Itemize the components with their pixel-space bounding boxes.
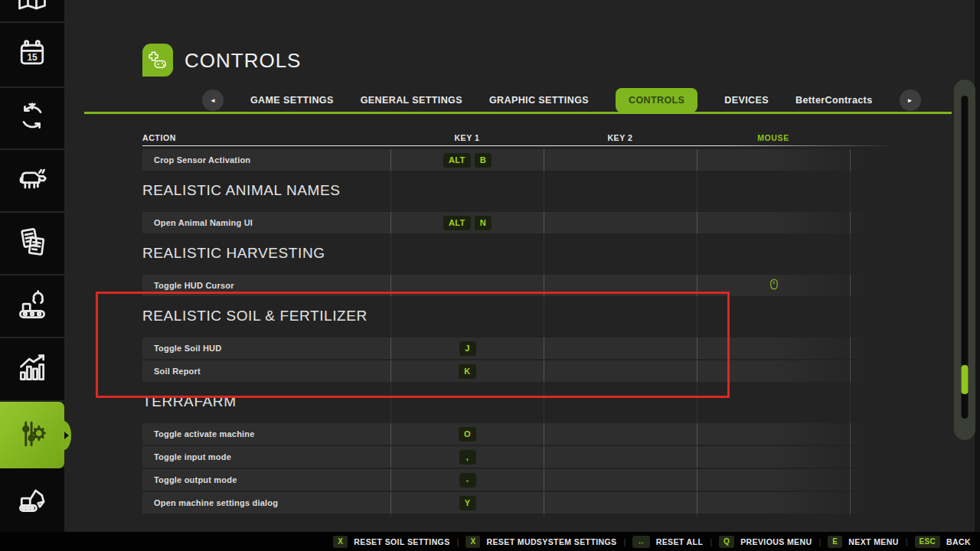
footer-action-reset-soil-settings[interactable]: XRESET SOIL SETTINGS: [333, 536, 449, 548]
sidebar-item-crop-rotation[interactable]: [0, 88, 64, 150]
mouse-cell[interactable]: [697, 492, 850, 514]
key1-cell[interactable]: ALTB: [390, 149, 544, 171]
sidebar-item-map[interactable]: [0, 0, 64, 23]
row-spacer: [850, 212, 873, 233]
key-badge: ALT: [443, 216, 471, 230]
key1-cell[interactable]: ALTN: [390, 212, 544, 233]
key2-cell[interactable]: [544, 423, 697, 445]
sidebar-item-calendar[interactable]: 15: [0, 23, 64, 88]
footer-hotkey-bar: XRESET SOIL SETTINGS|XRESET MUDSYSTEM SE…: [0, 532, 980, 551]
key1-cell[interactable]: ,: [390, 446, 544, 468]
control-row[interactable]: Toggle input mode,: [142, 446, 873, 468]
tab-devices[interactable]: DEVICES: [724, 95, 769, 106]
control-row[interactable]: Toggle HUD Cursor: [142, 275, 873, 296]
tab-graphic-settings[interactable]: GRAPHIC SETTINGS: [489, 95, 589, 106]
key1-cell[interactable]: J: [390, 337, 544, 359]
crop-rotation-icon: [15, 100, 49, 137]
key1-cell[interactable]: [390, 275, 544, 296]
excavator-icon: [15, 482, 49, 519]
key1-cell[interactable]: O: [390, 423, 544, 445]
footer-separator: |: [710, 537, 712, 546]
scrollbar-track[interactable]: [962, 96, 969, 419]
action-label: Toggle input mode: [142, 446, 390, 468]
sidebar-item-construction[interactable]: [0, 468, 64, 532]
row-spacer: [850, 149, 873, 171]
footer-separator: |: [906, 537, 908, 546]
control-row[interactable]: Toggle activate machineO: [142, 423, 873, 445]
sidebar-item-statistics[interactable]: [0, 338, 64, 402]
key-badge: B: [475, 153, 492, 168]
footer-action-reset-all[interactable]: ↔RESET ALL: [632, 536, 703, 548]
control-row[interactable]: Soil ReportK: [142, 360, 873, 382]
tab-controls[interactable]: CONTROLS: [616, 88, 697, 112]
mouse-cell[interactable]: [697, 469, 850, 491]
tab-general-settings[interactable]: GENERAL SETTINGS: [361, 95, 462, 106]
sidebar-item-settings[interactable]: [0, 402, 64, 468]
key2-cell[interactable]: [544, 149, 697, 171]
footer-separator: |: [457, 537, 459, 546]
section-title: REALISTIC HARVESTING: [142, 243, 873, 263]
row-spacer: [850, 492, 873, 514]
scrollbar-thumb[interactable]: [962, 365, 969, 394]
sidebar-item-animals[interactable]: [0, 150, 64, 213]
footer-action-label: RESET MUDSYSTEM SETTINGS: [486, 537, 616, 546]
control-row[interactable]: Open machine settings dialogY: [142, 492, 873, 514]
control-row[interactable]: Toggle output mode-: [142, 469, 873, 491]
control-row[interactable]: Toggle Soil HUDJ: [142, 337, 873, 359]
row-spacer: [850, 446, 873, 468]
mouse-icon: [769, 279, 779, 293]
column-header-key1: KEY 1: [390, 133, 544, 142]
control-row[interactable]: Open Animal Naming UIALTN: [142, 212, 873, 233]
key-badge: N: [475, 216, 492, 230]
section-title: REALISTIC SOIL & FERTILIZER: [142, 306, 873, 326]
key1-cell[interactable]: Y: [390, 492, 544, 514]
mouse-cell[interactable]: [697, 212, 850, 233]
key-badge: ALT: [443, 153, 471, 168]
footer-action-label: RESET ALL: [656, 537, 704, 546]
mouse-cell[interactable]: [697, 337, 850, 359]
tabs-next-button[interactable]: ►: [900, 90, 921, 111]
key2-cell[interactable]: [544, 212, 697, 233]
cow-icon: [15, 162, 49, 199]
footer-action-reset-mudsystem-settings[interactable]: XRESET MUDSYSTEM SETTINGS: [466, 536, 616, 548]
key2-cell[interactable]: [544, 492, 697, 514]
footer-separator: |: [623, 537, 626, 546]
row-spacer: [850, 423, 873, 445]
footer-action-label: PREVIOUS MENU: [740, 537, 812, 546]
key-badge: -: [459, 473, 476, 487]
key2-cell[interactable]: [544, 275, 697, 296]
key-badge: Y: [459, 496, 476, 510]
column-header-action: ACTION: [142, 133, 176, 142]
sidebar-item-contracts[interactable]: [0, 213, 64, 276]
key-badge: O: [459, 427, 476, 442]
mouse-cell[interactable]: [697, 149, 850, 171]
action-label: Open machine settings dialog: [142, 492, 390, 514]
row-spacer: [850, 360, 873, 382]
footer-action-label: RESET SOIL SETTINGS: [354, 537, 449, 546]
sidebar-item-production[interactable]: [0, 276, 64, 338]
footer-action-back[interactable]: ESCBACK: [915, 536, 971, 548]
key2-cell[interactable]: [544, 337, 697, 359]
footer-action-previous-menu[interactable]: QPREVIOUS MENU: [719, 536, 812, 548]
column-header-key2: KEY 2: [544, 133, 697, 142]
key2-cell[interactable]: [544, 446, 697, 468]
mouse-cell[interactable]: [697, 275, 850, 296]
mouse-cell[interactable]: [697, 446, 850, 468]
footer-action-next-menu[interactable]: ENEXT MENU: [828, 536, 898, 548]
mouse-cell[interactable]: [697, 423, 850, 445]
control-row[interactable]: Crop Sensor ActivationALTB: [142, 149, 873, 171]
section-title: TERRAFARM: [142, 392, 873, 412]
key1-cell[interactable]: -: [390, 469, 544, 491]
key2-cell[interactable]: [544, 469, 697, 491]
hotkey-badge: ↔: [632, 536, 649, 548]
mouse-cell[interactable]: [697, 360, 850, 382]
key1-cell[interactable]: K: [390, 360, 544, 382]
scrollbar[interactable]: [954, 80, 975, 440]
tab-bar: ◄GAME SETTINGSGENERAL SETTINGSGRAPHIC SE…: [202, 87, 921, 113]
key2-cell[interactable]: [544, 360, 697, 382]
tab-bettercontracts[interactable]: BetterContracts: [795, 95, 872, 106]
calendar-icon: 15: [15, 37, 49, 73]
action-label: Toggle Soil HUD: [142, 337, 390, 359]
tab-game-settings[interactable]: GAME SETTINGS: [250, 95, 334, 106]
tabs-previous-button[interactable]: ◄: [202, 90, 224, 111]
